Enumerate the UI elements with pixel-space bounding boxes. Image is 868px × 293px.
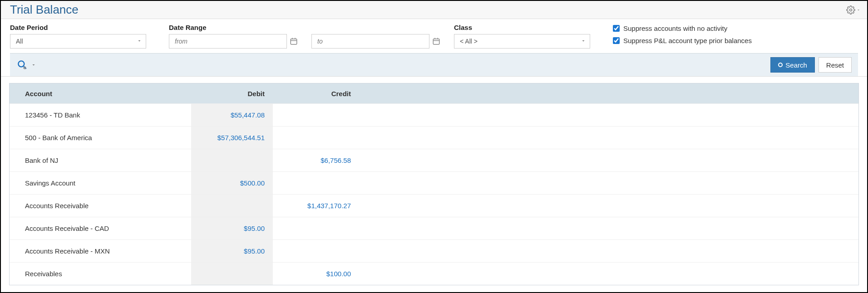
debit-cell <box>191 149 273 171</box>
svg-rect-1 <box>291 39 297 44</box>
search-button[interactable]: Search <box>770 57 815 73</box>
date-to-input[interactable] <box>312 34 429 48</box>
debit-cell: $500.00 <box>191 172 273 194</box>
gear-icon <box>846 5 855 15</box>
credit-cell <box>273 127 359 149</box>
credit-cell: $1,437,170.27 <box>273 195 359 217</box>
chevron-down-icon <box>137 38 142 45</box>
account-cell: Receivables <box>10 270 191 278</box>
debit-cell: $95.00 <box>191 240 273 262</box>
calendar-icon <box>290 37 298 45</box>
account-cell: Bank of NJ <box>10 156 191 164</box>
svg-point-9 <box>18 61 24 67</box>
credit-amount-link[interactable]: $100.00 <box>326 270 351 278</box>
table-row[interactable]: 500 - Bank of America$57,306,544.51 <box>10 126 858 149</box>
table-row[interactable]: Accounts Receivable - CAD$95.00 <box>10 217 858 239</box>
table-row[interactable]: Accounts Receivable - MXN$95.00 <box>10 239 858 262</box>
account-cell: Accounts Receivable <box>10 202 191 210</box>
account-cell: 123456 - TD Bank <box>10 111 191 119</box>
table-header-row: Account Debit Credit <box>10 83 858 103</box>
date-from-input[interactable] <box>169 34 286 48</box>
suppress-no-activity-checkbox[interactable]: Suppress accounts with no activity <box>613 24 752 32</box>
settings-gear-button[interactable] <box>846 5 861 15</box>
debit-cell: $57,306,544.51 <box>191 127 273 149</box>
date-period-label: Date Period <box>10 24 155 31</box>
date-period-value: All <box>16 38 23 45</box>
class-value: < All > <box>460 38 478 45</box>
table-body[interactable]: 123456 - TD Bank$55,447.08500 - Bank of … <box>10 103 858 285</box>
col-header-credit[interactable]: Credit <box>273 90 359 98</box>
debit-cell <box>191 195 273 217</box>
search-button-label: Search <box>785 61 807 69</box>
suppress-no-activity-label: Suppress accounts with no activity <box>623 24 727 32</box>
calendar-icon <box>432 37 440 45</box>
class-label: Class <box>454 24 599 31</box>
svg-point-0 <box>850 9 852 11</box>
chevron-down-icon <box>581 38 586 45</box>
saved-views-button[interactable] <box>16 59 36 71</box>
radio-dot-icon <box>778 63 783 67</box>
credit-cell: $100.00 <box>273 263 359 285</box>
table-row[interactable]: Accounts Receivable$1,437,170.27 <box>10 194 858 217</box>
search-gear-icon <box>16 59 28 71</box>
chevron-down-icon <box>856 8 861 12</box>
col-header-debit[interactable]: Debit <box>191 90 273 98</box>
debit-cell <box>191 263 273 285</box>
trial-balance-table: Account Debit Credit 123456 - TD Bank$55… <box>9 83 859 285</box>
credit-cell: $6,756.58 <box>273 149 359 171</box>
reset-button-label: Reset <box>826 61 844 69</box>
debit-cell: $55,447.08 <box>191 104 273 126</box>
suppress-pl-prior-checkbox[interactable]: Suppress P&L account type prior balances <box>613 37 752 44</box>
debit-cell: $95.00 <box>191 217 273 239</box>
table-row[interactable]: Savings Account$500.00 <box>10 171 858 194</box>
suppress-pl-prior-label: Suppress P&L account type prior balances <box>623 37 752 44</box>
debit-amount-link[interactable]: $500.00 <box>240 179 265 187</box>
account-cell: Accounts Receivable - CAD <box>10 225 191 232</box>
svg-rect-5 <box>433 39 439 44</box>
table-row[interactable]: 123456 - TD Bank$55,447.08 <box>10 103 858 126</box>
table-row[interactable]: Bank of NJ$6,756.58 <box>10 149 858 171</box>
suppress-no-activity-input[interactable] <box>613 25 620 32</box>
reset-button[interactable]: Reset <box>819 57 852 73</box>
date-period-select[interactable]: All <box>10 34 146 49</box>
class-select[interactable]: < All > <box>454 34 590 49</box>
credit-cell <box>273 104 359 126</box>
credit-amount-link[interactable]: $1,437,170.27 <box>307 202 351 210</box>
credit-cell <box>273 172 359 194</box>
debit-amount-link[interactable]: $55,447.08 <box>231 111 265 119</box>
suppress-pl-prior-input[interactable] <box>613 37 620 44</box>
date-range-label: Date Range <box>169 24 440 31</box>
table-row[interactable]: Receivables$100.00 <box>10 262 858 285</box>
calendar-from-button[interactable] <box>290 37 298 45</box>
account-cell: Savings Account <box>10 179 191 187</box>
account-cell: 500 - Bank of America <box>10 134 191 142</box>
calendar-to-button[interactable] <box>432 37 440 45</box>
account-cell: Accounts Receivable - MXN <box>10 247 191 255</box>
col-header-account[interactable]: Account <box>10 90 191 98</box>
chevron-down-icon <box>31 62 36 68</box>
credit-cell <box>273 217 359 239</box>
debit-amount-link[interactable]: $57,306,544.51 <box>217 134 265 142</box>
credit-amount-link[interactable]: $6,756.58 <box>321 156 351 164</box>
debit-amount-link[interactable]: $95.00 <box>244 247 265 255</box>
debit-amount-link[interactable]: $95.00 <box>244 225 265 232</box>
credit-cell <box>273 240 359 262</box>
page-title: Trial Balance <box>10 3 79 17</box>
